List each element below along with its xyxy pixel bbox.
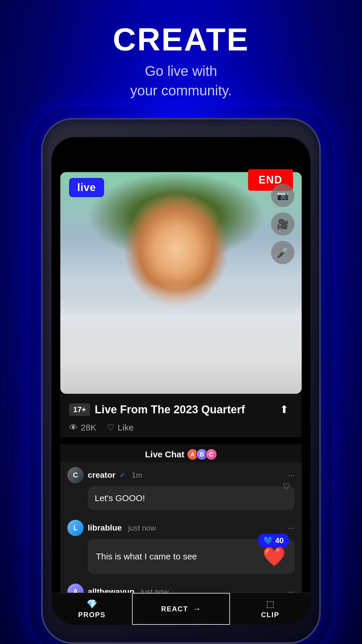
msg-header-3: A allthewayup just now ···	[67, 584, 295, 593]
react-arrow-icon: →	[193, 604, 201, 614]
video-info: 17+ Live From The 2023 Quarterf ⬆ 👁 28K …	[60, 394, 302, 437]
allthewayup-avatar: A	[67, 584, 84, 593]
camera-notch	[164, 140, 198, 149]
props-icon: 💎	[87, 599, 97, 609]
react-button[interactable]: REACT →	[132, 593, 230, 625]
clip-label: CLIP	[261, 611, 280, 619]
views-icon: 👁	[69, 423, 78, 433]
librablue-message-text: This is what I came to see	[96, 550, 197, 563]
live-badge: live	[69, 178, 104, 197]
subtitle-line2: your community.	[130, 83, 232, 98]
title-row: 17+ Live From The 2023 Quarterf ⬆	[69, 401, 293, 418]
page-title: CREATE	[113, 23, 249, 55]
phone-screen: END live 📷 🎥 🎤 17+ Live From The 2023 Qu…	[52, 137, 310, 625]
video-title: Live From The 2023 Quarterf	[95, 403, 271, 416]
librablue-avatar: L	[67, 520, 84, 536]
video-button[interactable]: 🎥	[271, 212, 294, 236]
react-label: REACT	[161, 605, 188, 613]
live-chat-label: Live Chat	[145, 449, 184, 459]
heart-reaction-emojis: ❤️	[263, 547, 286, 566]
allthewayup-username: allthewayup	[88, 587, 134, 593]
like-stat[interactable]: ♡ Like	[107, 422, 133, 433]
status-bar	[52, 137, 310, 152]
video-stats: 👁 28K ♡ Like	[69, 422, 293, 433]
subtitle: Go live with your community.	[113, 61, 249, 100]
chat-message-2: L librablue just now ··· 💙 40 This is wh…	[60, 515, 302, 579]
creator-avatar: C	[67, 467, 84, 483]
phone-mockup: END live 📷 🎥 🎤 17+ Live From The 2023 Qu…	[41, 118, 321, 644]
live-chat-bar: Live Chat A B C	[60, 444, 302, 465]
subtitle-line1: Go live with	[145, 63, 217, 79]
chat-section: C creator ✓ 1m ··· Let's GOOO! ♡ L	[60, 462, 302, 593]
like-counter[interactable]: 💙 40	[258, 534, 289, 547]
creator-message-bubble: Let's GOOO! ♡	[88, 486, 295, 510]
msg-header-2: L librablue just now ···	[67, 520, 295, 536]
creator-like-button[interactable]: ♡	[283, 482, 290, 491]
like-count: 40	[275, 536, 284, 545]
microphone-button[interactable]: 🎤	[271, 241, 294, 264]
header-section: CREATE Go live with your community.	[113, 0, 249, 112]
verified-icon: ✓	[120, 471, 125, 479]
flip-camera-button[interactable]: 📷	[271, 184, 294, 207]
age-rating-badge: 17+	[69, 403, 90, 416]
props-button[interactable]: 💎 PROPS	[52, 593, 132, 625]
share-button[interactable]: ⬆	[275, 401, 293, 418]
clip-icon: ⬚	[266, 599, 274, 609]
message-dots-2[interactable]: ···	[288, 523, 295, 533]
librablue-username: librablue	[88, 523, 122, 533]
bottom-toolbar: 💎 PROPS REACT → ⬚ CLIP	[52, 593, 310, 625]
like-label: Like	[117, 423, 133, 433]
chat-message-1: C creator ✓ 1m ··· Let's GOOO! ♡	[60, 462, 302, 515]
views-count: 28K	[81, 423, 96, 433]
avatar-3: C	[205, 449, 217, 460]
phone-outer: END live 📷 🎥 🎤 17+ Live From The 2023 Qu…	[41, 118, 321, 644]
camera-controls: 📷 🎥 🎤	[271, 184, 294, 264]
creator-username: creator	[88, 470, 115, 480]
views-stat: 👁 28K	[69, 423, 96, 433]
creator-time: 1m	[132, 471, 142, 480]
allthewayup-time: just now	[141, 587, 168, 593]
clip-button[interactable]: ⬚ CLIP	[230, 593, 310, 625]
message-dots-1[interactable]: ···	[288, 470, 295, 480]
creator-message-text: Let's GOOO!	[95, 493, 145, 503]
librablue-time: just now	[128, 524, 156, 533]
props-label: PROPS	[78, 611, 106, 619]
librablue-message-bubble: 💙 40 This is what I came to see ❤️	[88, 539, 295, 574]
chat-avatars: A B C	[189, 449, 217, 460]
heart-icon: ♡	[107, 422, 115, 433]
msg-header-1: C creator ✓ 1m ···	[67, 467, 295, 483]
heart-filled-icon: 💙	[263, 536, 273, 545]
message-dots-3[interactable]: ···	[288, 587, 295, 593]
stream-image	[60, 172, 302, 394]
chat-message-3: A allthewayup just now ··· I can't belie…	[60, 579, 302, 593]
person-photo	[60, 172, 302, 394]
